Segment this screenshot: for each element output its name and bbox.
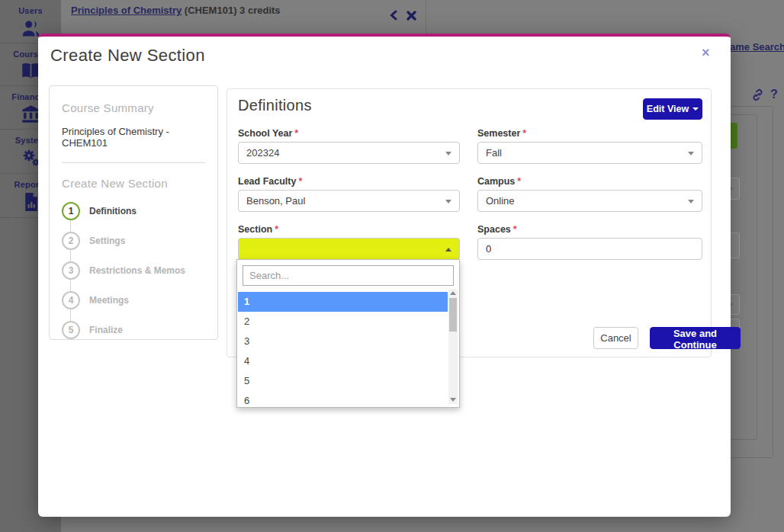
dropdown-option[interactable]: 2 — [238, 312, 448, 332]
link-icon — [751, 88, 764, 101]
scroll-down-icon[interactable] — [450, 398, 456, 402]
step-restrictions-memos[interactable]: 3 Restrictions & Memos — [62, 261, 205, 280]
semester-label: Semester* — [477, 128, 702, 139]
step-number: 2 — [62, 232, 80, 250]
step-connector — [70, 280, 71, 291]
step-label: Settings — [89, 236, 125, 246]
modal-title: Create New Section — [50, 46, 205, 66]
semester-value: Fall — [486, 147, 502, 159]
lead-faculty-label: Lead Faculty* — [238, 176, 460, 187]
required-asterisk: * — [294, 128, 298, 139]
semester-select[interactable]: Fall — [477, 142, 702, 164]
report-icon — [21, 192, 40, 212]
spaces-label: Spaces* — [477, 224, 702, 235]
step-number: 4 — [62, 291, 80, 309]
cancel-button[interactable]: Cancel — [593, 327, 638, 349]
step-finalize[interactable]: 5 Finalize — [62, 321, 205, 339]
sidebar-item-label: Users — [2, 6, 59, 15]
chevron-down-icon — [692, 107, 699, 111]
campus-select[interactable]: Online — [477, 190, 702, 212]
chevron-down-icon — [445, 152, 451, 155]
edit-view-label: Edit View — [647, 104, 689, 114]
save-and-continue-button[interactable]: Save and Continue — [650, 327, 741, 349]
create-new-section-modal: Create New Section × Course Summary Prin… — [38, 34, 731, 517]
school-year-select[interactable]: 202324 — [238, 142, 460, 164]
wizard-steps: 1 Definitions 2 Settings 3 Restrictions … — [62, 202, 205, 339]
step-number: 5 — [62, 321, 80, 339]
step-settings[interactable]: 2 Settings — [62, 232, 205, 250]
course-name: Principles of Chemistry - CHEM101 — [62, 126, 205, 149]
lead-faculty-value: Benson, Paul — [246, 195, 305, 207]
name-search-link[interactable]: ame Search — [730, 41, 784, 53]
required-asterisk: * — [522, 128, 526, 139]
app-header: Principles of Chemistry (CHEM101) 3 cred… — [61, 0, 784, 34]
campus-value: Online — [486, 195, 515, 207]
step-number: 1 — [62, 202, 80, 220]
dropdown-scrollbar[interactable] — [448, 289, 458, 404]
step-number: 3 — [62, 261, 80, 280]
chevron-up-icon — [445, 248, 451, 252]
dropdown-option-list: 1 2 3 4 5 6 — [238, 292, 448, 407]
summary-divider — [62, 162, 205, 163]
dropdown-search-input[interactable] — [243, 265, 454, 286]
breadcrumb: Principles of Chemistry (CHEM101) 3 cred… — [71, 5, 281, 16]
dropdown-option[interactable]: 4 — [238, 351, 448, 371]
scroll-up-icon[interactable] — [450, 291, 456, 295]
scrollbar-thumb[interactable] — [449, 298, 457, 332]
course-summary-heading: Course Summary — [62, 101, 205, 114]
step-meetings[interactable]: 4 Meetings — [62, 291, 205, 309]
required-asterisk: * — [275, 224, 278, 235]
campus-label: Campus* — [477, 176, 702, 187]
close-tab-icon[interactable] — [406, 11, 416, 21]
course-summary-panel: Course Summary Principles of Chemistry -… — [49, 85, 218, 340]
course-meta: (CHEM101) 3 credits — [185, 5, 281, 16]
wizard-heading: Create New Section — [62, 177, 205, 190]
step-label: Meetings — [89, 295, 129, 306]
edit-view-button[interactable]: Edit View — [643, 98, 702, 120]
step-definitions[interactable]: 1 Definitions — [62, 202, 205, 220]
header-divider — [426, 0, 426, 34]
section-select[interactable] — [238, 238, 460, 260]
required-asterisk: * — [513, 224, 517, 235]
required-asterisk: * — [298, 176, 302, 187]
dropdown-option[interactable]: 3 — [238, 332, 448, 351]
step-label: Finalize — [89, 325, 123, 335]
section-label: Section* — [238, 224, 460, 235]
step-connector — [70, 309, 71, 321]
spaces-input[interactable] — [477, 238, 702, 260]
course-title-link[interactable]: Principles of Chemistry — [71, 5, 182, 16]
chevron-down-icon — [688, 200, 694, 204]
school-year-value: 202324 — [246, 147, 279, 159]
school-year-label: School Year* — [238, 128, 460, 139]
lead-faculty-select[interactable]: Benson, Paul — [238, 190, 460, 212]
step-label: Definitions — [89, 206, 137, 216]
dropdown-option[interactable]: 1 — [238, 292, 448, 312]
section-dropdown-popup: 1 2 3 4 5 6 — [236, 259, 460, 408]
step-connector — [70, 220, 71, 232]
step-connector — [70, 250, 71, 261]
chevron-down-icon — [445, 200, 451, 204]
users-icon — [21, 18, 41, 37]
step-label: Restrictions & Memos — [89, 265, 185, 276]
chevron-down-icon — [688, 152, 694, 155]
dropdown-option[interactable]: 6 — [238, 391, 448, 407]
modal-close-icon[interactable]: × — [702, 46, 710, 59]
required-asterisk: * — [517, 176, 521, 187]
screen: Users Courses Financial — [0, 0, 784, 532]
chevron-left-icon[interactable] — [389, 10, 398, 21]
dropdown-option[interactable]: 5 — [238, 371, 448, 391]
form-heading: Definitions — [238, 97, 312, 114]
help-icon: ? — [770, 88, 778, 101]
